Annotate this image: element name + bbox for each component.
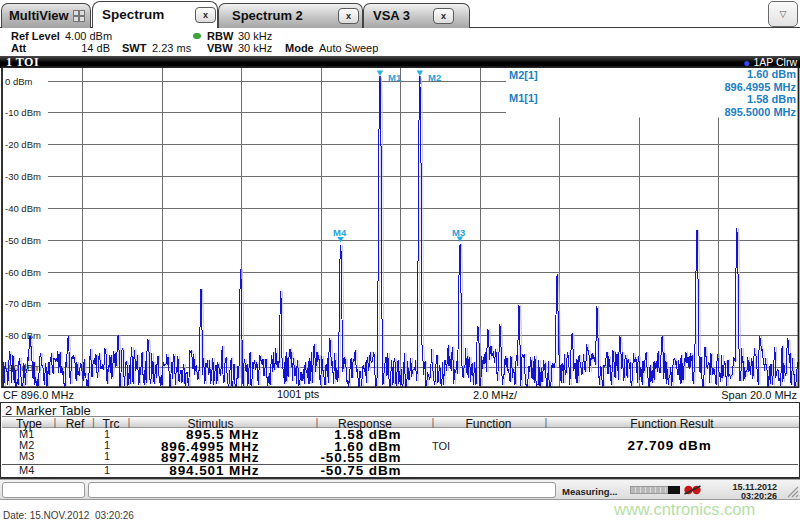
svg-text:895.5000 MHz: 895.5000 MHz [724,106,796,118]
svg-text:M1[1]: M1[1] [509,92,538,104]
svg-text:1.60 dBm: 1.60 dBm [747,68,796,80]
svg-text:-70 dBm: -70 dBm [5,298,41,309]
svg-text:896.4995 MHz: 896.4995 MHz [724,81,796,93]
svg-text:1.58 dBm: 1.58 dBm [747,93,796,105]
svg-text:-80 dBm: -80 dBm [5,330,41,341]
svg-text:-30 dBm: -30 dBm [5,171,41,182]
svg-text:0 dBm: 0 dBm [5,76,33,87]
svg-text:-20 dBm: -20 dBm [5,139,41,150]
svg-text:-90 dBm: -90 dBm [5,362,41,373]
svg-text:M2: M2 [428,72,441,83]
svg-text:-50 dBm: -50 dBm [5,235,41,246]
svg-text:-60 dBm: -60 dBm [5,267,41,278]
svg-text:-10 dBm: -10 dBm [5,107,41,118]
svg-text:M3: M3 [452,227,465,238]
svg-text:M4: M4 [333,227,347,238]
svg-text:-40 dBm: -40 dBm [5,203,41,214]
svg-text:M1: M1 [388,72,402,83]
svg-text:M2[1]: M2[1] [509,69,538,81]
